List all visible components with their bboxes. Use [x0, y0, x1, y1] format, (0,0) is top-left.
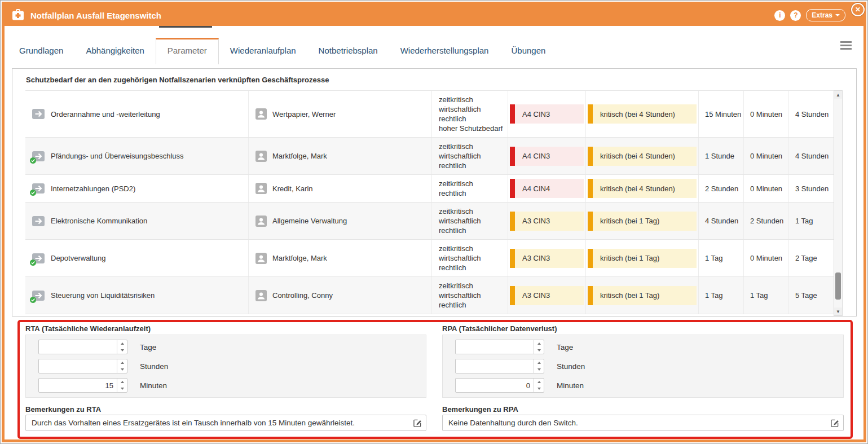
- protection-class-badge: A3 CIN3: [510, 249, 584, 268]
- rta-tage-input[interactable]: [39, 340, 117, 354]
- criteria-list: zeitkritischwirtschaftlichrechtlichhoher…: [432, 91, 508, 137]
- rpa-tage-input[interactable]: [456, 340, 534, 354]
- spinner-buttons[interactable]: [117, 379, 127, 392]
- table-row[interactable]: Depotverwaltung Marktfolge, Mark zeitkri…: [25, 240, 834, 277]
- list-view-icon[interactable]: [840, 41, 852, 50]
- process-icon: [32, 253, 45, 264]
- table-row[interactable]: Steuerung von Liquiditätsrisiken Control…: [25, 277, 834, 314]
- badge-color-bar: [510, 147, 515, 166]
- scroll-down-arrow-icon[interactable]: [834, 307, 842, 315]
- badge-color-bar: [510, 212, 515, 231]
- number-input[interactable]: [38, 378, 127, 393]
- spinner-down-icon[interactable]: [534, 347, 544, 354]
- criticality-badge: kritisch (bei 4 Stunden): [588, 104, 697, 124]
- rpa-remarks-input[interactable]: [443, 418, 826, 428]
- time-value: 1 Tag: [744, 277, 789, 314]
- time-value: 0 Minuten: [744, 91, 789, 137]
- rta-rpa-highlight-box: RTA (Tatsächliche Wiederanlaufzeit) Tage…: [17, 320, 853, 439]
- spinner-buttons[interactable]: [534, 340, 544, 354]
- table-row[interactable]: Internetzahlungen (PSD2) Kredit, Karin z…: [25, 175, 834, 203]
- time-value: 2 Tage: [789, 240, 834, 276]
- window-close-button[interactable]: ✕: [851, 3, 865, 16]
- tab-parameter[interactable]: Parameter: [156, 38, 219, 64]
- badge-color-bar: [510, 179, 515, 198]
- rta-stunden-input[interactable]: [39, 359, 117, 373]
- rta-remarks-input[interactable]: [26, 418, 409, 428]
- table-row[interactable]: Elektronische Kommunikation Allgemeine V…: [25, 203, 834, 240]
- person-icon: [255, 216, 267, 227]
- time-value: 4 Stunden: [789, 138, 834, 174]
- number-input[interactable]: [455, 340, 544, 354]
- first-aid-icon: [11, 8, 25, 22]
- spinner-buttons[interactable]: [117, 359, 127, 373]
- badge-color-bar: [588, 179, 593, 198]
- scroll-up-arrow-icon[interactable]: [834, 91, 842, 99]
- scrollbar-thumb[interactable]: [835, 272, 841, 300]
- spinner-down-icon[interactable]: [534, 366, 544, 373]
- spinner-down-icon[interactable]: [117, 366, 127, 373]
- spinner-down-icon[interactable]: [534, 385, 544, 392]
- criterion: wirtschaftlich: [439, 253, 481, 263]
- spinner-up-icon[interactable]: [534, 379, 544, 385]
- help-button[interactable]: ?: [790, 10, 801, 21]
- duration-field: Stunden: [455, 359, 843, 373]
- criterion: zeitkritisch: [439, 95, 473, 104]
- table-row[interactable]: Pfändungs- und Überweisungsbeschluss Mar…: [25, 138, 834, 175]
- protection-class-badge: A3 CIN3: [510, 286, 584, 305]
- criterion: wirtschaftlich: [439, 216, 481, 226]
- process-icon: [32, 290, 45, 301]
- tab-abhängigkeiten[interactable]: Abhängigkeiten: [74, 38, 155, 64]
- protection-class-badge: A4 CIN3: [510, 104, 584, 124]
- spinner-buttons[interactable]: [534, 359, 544, 373]
- rpa-minuten-input[interactable]: [456, 379, 534, 392]
- protection-class-badge: A4 CIN3: [510, 147, 584, 166]
- rpa-stunden-input[interactable]: [456, 359, 534, 373]
- tab-notbetriebsplan[interactable]: Notbetriebsplan: [307, 38, 389, 64]
- time-value: 1 Tag: [699, 240, 744, 276]
- criterion: wirtschaftlich: [439, 151, 481, 161]
- spinner-up-icon[interactable]: [534, 340, 544, 347]
- spinner-buttons[interactable]: [534, 379, 544, 392]
- number-input[interactable]: [455, 378, 544, 393]
- table-scrollbar[interactable]: [834, 90, 843, 316]
- duration-field: Stunden: [38, 359, 426, 373]
- tab-wiederherstellungsplan[interactable]: Wiederherstellungsplan: [389, 38, 500, 64]
- badge-color-bar: [588, 147, 593, 166]
- info-button[interactable]: i: [774, 10, 785, 21]
- number-input[interactable]: [38, 359, 127, 373]
- time-value: 2 Stunden: [744, 203, 789, 239]
- table-row[interactable]: Orderannahme und -weiterleitung Wertpapi…: [25, 91, 834, 138]
- spinner-down-icon[interactable]: [117, 385, 127, 392]
- owner-name: Controlling, Conny: [272, 291, 333, 300]
- spinner-up-icon[interactable]: [534, 359, 544, 366]
- criterion: rechtlich: [439, 263, 466, 272]
- criterion: zeitkritisch: [439, 281, 473, 291]
- number-input[interactable]: [38, 340, 127, 354]
- number-input[interactable]: [455, 359, 544, 373]
- spinner-up-icon[interactable]: [117, 340, 127, 347]
- tab-bar: GrundlagenAbhängigkeitenParameterWiedera…: [8, 38, 557, 64]
- spinner-up-icon[interactable]: [117, 359, 127, 366]
- rta-edit-icon[interactable]: [409, 419, 426, 427]
- badge-color-bar: [510, 249, 515, 268]
- criterion: zeitkritisch: [439, 179, 473, 188]
- owner-name: Kredit, Karin: [272, 184, 313, 193]
- process-icon: [32, 151, 45, 162]
- badge-label: A3 CIN3: [515, 291, 550, 300]
- time-value: 3 Stunden: [789, 175, 834, 202]
- rta-minuten-input[interactable]: [39, 379, 117, 392]
- badge-label: A3 CIN3: [515, 217, 550, 225]
- check-icon: [30, 297, 36, 303]
- tab-übungen[interactable]: Übungen: [500, 38, 557, 64]
- tab-grundlagen[interactable]: Grundlagen: [8, 38, 74, 64]
- criticality-badge: kritisch (bei 1 Tag): [588, 212, 697, 231]
- spinner-buttons[interactable]: [117, 340, 127, 354]
- rpa-edit-icon[interactable]: [826, 419, 843, 427]
- rpa-panel: Tage Stunden Minuten: [442, 335, 844, 398]
- tab-wiederanlaufplan[interactable]: Wiederanlaufplan: [219, 38, 307, 64]
- spinner-up-icon[interactable]: [117, 379, 127, 385]
- protection-class-badge: A4 CIN4: [510, 179, 584, 198]
- process-name: Depotverwaltung: [51, 254, 106, 262]
- spinner-down-icon[interactable]: [117, 347, 127, 354]
- extras-button[interactable]: Extras: [806, 9, 845, 21]
